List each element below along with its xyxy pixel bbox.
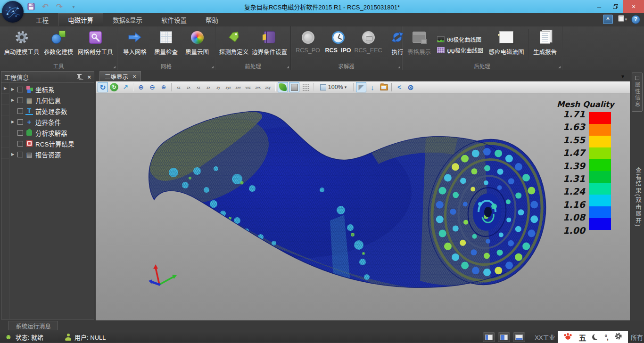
layout-wide-panel-button[interactable] — [498, 332, 510, 342]
tree-item-boundary-conditions[interactable]: ▶ + 边界条件 — [9, 116, 94, 127]
zoom-window-button[interactable]: ⊕ — [158, 82, 169, 92]
view-orientation-button[interactable]: zvx — [253, 82, 263, 92]
save-icon[interactable] — [26, 2, 36, 11]
tree-item-preprocess-params[interactable]: T 前处理参数 — [9, 106, 94, 116]
theta-polarization-curve-button[interactable]: θθ极化曲线图 — [437, 35, 483, 43]
rcs-po-solver-button[interactable]: RCS_PO — [293, 27, 323, 62]
probe-angle-button[interactable]: 探测角定义 — [217, 27, 250, 62]
help-button[interactable]: ? — [631, 15, 640, 24]
view-orientation-button[interactable]: zyx — [223, 82, 233, 92]
restore-button[interactable] — [607, 0, 623, 13]
parametric-modeling-button[interactable]: 参数化建模 — [41, 27, 75, 62]
refresh-view-button[interactable]: ↻ — [109, 82, 119, 92]
ime-halfwidth-moon-icon[interactable] — [592, 334, 598, 340]
expander-icon[interactable]: ▶ — [10, 87, 15, 91]
tab-project[interactable]: 工程 — [26, 13, 58, 26]
mesh-model-3d[interactable] — [96, 93, 630, 320]
tab-software-settings[interactable]: 软件设置 — [152, 13, 196, 26]
rcs-ipo-solver-button[interactable]: RCS_IPO — [323, 27, 353, 62]
quality-cloud-button[interactable]: 质量云图 — [182, 27, 213, 62]
wireframe-points-button[interactable] — [300, 82, 311, 92]
generate-report-button[interactable]: 生成报告 — [530, 27, 560, 62]
view-orientation-button[interactable]: xz — [174, 82, 183, 92]
zoom-in-button[interactable]: ⊕ — [136, 82, 146, 92]
pin-icon[interactable] — [76, 74, 83, 81]
view-orientation-button[interactable]: zx — [184, 82, 193, 92]
tree-item-report-resources[interactable]: ▶ ▤ 报告资源 — [9, 149, 94, 160]
checkbox[interactable] — [17, 87, 23, 92]
launch-modeling-tool-button[interactable]: 启动建模工具 — [2, 27, 41, 62]
group-expand-icon[interactable] — [558, 66, 561, 68]
drop-view-button[interactable]: ↓ — [367, 82, 378, 92]
expander-icon[interactable]: ▶ — [10, 120, 15, 124]
rcs-eec-solver-button[interactable]: RCS_EEC — [353, 27, 383, 62]
view-results-collapsed-tab[interactable]: 查看结果(双击展开) — [634, 167, 643, 227]
capture-button[interactable] — [379, 82, 389, 92]
tab-em-computation[interactable]: 电磁计算 — [58, 13, 103, 26]
collapse-ribbon-button[interactable]: ^ — [603, 15, 613, 24]
group-expand-icon[interactable] — [113, 66, 116, 68]
group-expand-icon[interactable] — [287, 66, 289, 68]
quick-access-dropdown-icon[interactable]: ▾ — [69, 2, 78, 11]
tab-list-dropdown-icon[interactable]: ▼ — [620, 74, 625, 79]
expander-icon[interactable]: ▶ — [10, 98, 15, 102]
import-mesh-button[interactable]: 导入网格 — [119, 27, 150, 62]
view-orientation-button[interactable]: xz — [194, 82, 203, 92]
ime-settings-gear-icon[interactable] — [614, 332, 622, 342]
panel-close-icon[interactable]: × — [87, 74, 91, 81]
checkbox[interactable] — [17, 98, 23, 103]
view-orientation-button[interactable]: zy — [214, 82, 223, 92]
tab-help[interactable]: 帮助 — [196, 13, 228, 26]
cancel-button[interactable]: ⊗ — [405, 82, 416, 92]
minimize-button[interactable]: – — [591, 0, 607, 13]
induced-current-map-button[interactable]: 感应电磁流图 — [486, 27, 527, 62]
checkbox[interactable] — [17, 130, 23, 136]
tab-close-icon[interactable]: × — [133, 74, 136, 79]
psi-polarization-curve-button[interactable]: ψψ极化曲线图 — [437, 46, 483, 54]
layout-bottom-panel-button[interactable] — [513, 332, 525, 342]
ime-logo-paw-icon[interactable] — [563, 332, 572, 342]
boundary-settings-button[interactable]: 边界条件设置 — [250, 27, 289, 62]
close-button[interactable]: × — [623, 0, 644, 13]
checkbox[interactable] — [17, 141, 23, 147]
redo-icon[interactable]: ↷ — [55, 2, 64, 11]
zoom-out-button[interactable]: ⊖ — [147, 82, 157, 92]
shaded-view-button[interactable] — [278, 82, 288, 92]
view-orientation-button[interactable]: zxv — [233, 82, 243, 92]
tab-3d-display[interactable]: 三维显示 × — [99, 71, 141, 81]
view-orientation-button[interactable]: zxy — [263, 82, 272, 92]
checkbox[interactable] — [17, 152, 23, 157]
view-orientation-button[interactable]: vxz — [243, 82, 253, 92]
tree-item-rcs-results[interactable]: RCS计算结果 — [9, 138, 94, 149]
select-mode-button[interactable]: ◤ — [356, 82, 366, 92]
layout-left-panel-button[interactable] — [483, 332, 495, 342]
tab-property-info[interactable]: 属性信息 — [632, 73, 643, 112]
tree-item-analysis-solver[interactable]: 分析求解器 — [9, 127, 94, 138]
expander-icon[interactable]: ▶ — [10, 152, 15, 156]
checkbox[interactable] — [17, 108, 23, 114]
viewport-3d[interactable]: Mesh Quality 1.711.631.551.471.391.311.2… — [96, 93, 630, 320]
group-expand-icon[interactable] — [398, 66, 400, 68]
zoom-level-select[interactable]: 100% ▾ — [316, 82, 351, 92]
undo-icon[interactable]: ↶ — [41, 2, 50, 11]
pan-zoom-button[interactable]: ↗ — [120, 82, 131, 92]
tree-item-coordinate-system[interactable]: ▶ 坐标系 — [9, 84, 94, 95]
ime-wubi-mode[interactable]: 五 — [578, 332, 586, 343]
tree-item-geometry-info[interactable]: ▶ ▦ 几何信息 — [9, 95, 94, 106]
checkbox[interactable] — [17, 119, 23, 125]
share-button[interactable]: < — [394, 82, 405, 92]
printer-icon — [617, 15, 625, 24]
view-orientation-button[interactable]: zx — [204, 82, 213, 92]
surface-view-button[interactable] — [289, 82, 299, 92]
print-tool-button[interactable]: ▾ — [617, 15, 627, 24]
tab-data-display[interactable]: 数据&显示 — [103, 13, 152, 26]
ime-punctuation-toggle[interactable]: °, — [604, 334, 608, 341]
legend-color-band — [589, 195, 611, 206]
group-expand-icon[interactable] — [211, 66, 214, 68]
quality-check-button[interactable]: 质量检查 — [150, 27, 182, 62]
rotate-view-button[interactable]: ↻ — [98, 82, 108, 92]
root-expander-icon[interactable]: ▶ — [3, 86, 8, 90]
mesh-partition-tool-button[interactable]: 网格剖分工具 — [75, 27, 115, 62]
table-display-button[interactable]: 表格展示 — [404, 27, 434, 62]
tab-system-messages[interactable]: 系统运行消息 — [8, 321, 58, 330]
